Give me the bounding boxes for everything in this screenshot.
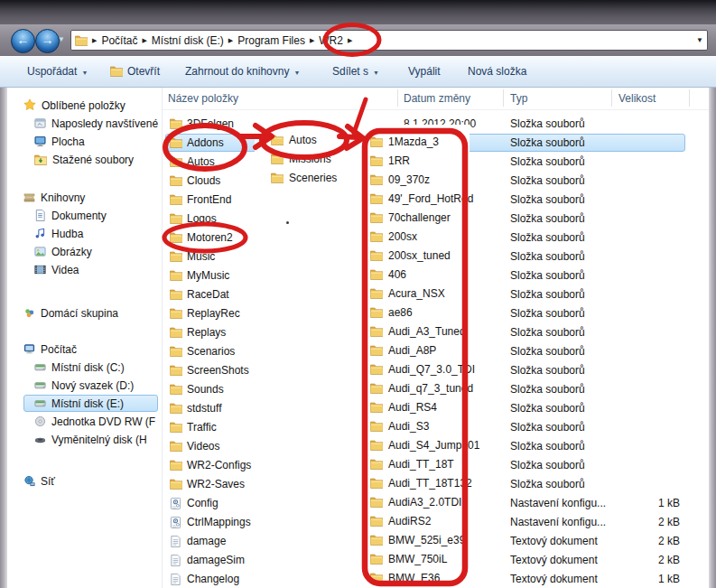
sidebar-item-knihovny[interactable]: Knihovny bbox=[7, 189, 162, 207]
recent-pages-dropdown-icon[interactable]: ▼ bbox=[58, 35, 65, 43]
library-icon bbox=[23, 191, 35, 203]
file-row-audi-s3[interactable]: Audi_S3 bbox=[364, 417, 470, 436]
file-row-audi-rs4[interactable]: Audi_RS4 bbox=[364, 398, 470, 417]
file-name: Changelog bbox=[187, 570, 239, 588]
stray-mark bbox=[286, 221, 289, 224]
toolbar-zahrnout-do-knihovny-button[interactable]: Zahrnout do knihovny▼ bbox=[185, 65, 300, 78]
textfile-icon bbox=[170, 574, 181, 585]
column-header-date[interactable]: Datum změny bbox=[404, 92, 470, 105]
back-button[interactable]: ← bbox=[11, 29, 35, 53]
sidebar-item-label: Síť bbox=[41, 475, 55, 488]
folder-icon bbox=[170, 460, 182, 471]
disk-icon bbox=[34, 361, 46, 373]
file-row-audi-a8p[interactable]: Audi_A8P bbox=[364, 341, 470, 360]
file-row-audi-q7-3-0-tdi[interactable]: Audi_Q7_3.0_TDI bbox=[364, 360, 470, 379]
sidebar-item-obrazky[interactable]: Obrázky bbox=[7, 243, 162, 261]
file-row-49-ford-hotrod[interactable]: 49'_Ford_HotRod bbox=[364, 190, 470, 209]
file-row-audi-q7-3-tuned[interactable]: Audi_q7_3_tuned bbox=[364, 379, 470, 398]
breadcrumb-segment-wr2[interactable]: WR2 bbox=[319, 34, 343, 47]
file-row-bmw-525i-e39[interactable]: BMW_525i_e39 bbox=[364, 531, 470, 550]
file-name: Replays bbox=[187, 323, 226, 342]
file-row-bmw-e36[interactable]: BMW_E36 bbox=[364, 569, 470, 588]
file-name: stdstuff bbox=[187, 399, 221, 418]
file-type: Složka souborů bbox=[510, 115, 585, 134]
sidebar-item-mistni-disk-c[interactable]: Místní disk (C:) bbox=[7, 359, 162, 377]
breadcrumb-separator-icon: ▶ bbox=[92, 37, 97, 44]
breadcrumb-segment-mistni-disk-e[interactable]: Místní disk (E:) bbox=[152, 34, 224, 47]
sidebar-item-label: Nový svazek (D:) bbox=[51, 379, 134, 392]
sidebar-item-vymenitelny-disk-h[interactable]: Vyměnitelný disk (H bbox=[7, 431, 162, 449]
file-row-audi-tt-18t132[interactable]: Audi_TT_18T132 bbox=[364, 474, 470, 493]
column-header-name[interactable]: Název položky bbox=[168, 92, 238, 105]
column-header-type[interactable]: Typ bbox=[510, 92, 527, 105]
file-name: Traffic bbox=[187, 418, 217, 437]
forward-button[interactable]: → bbox=[35, 29, 60, 53]
file-row-1mazda-3[interactable]: 1Mazda_3 bbox=[364, 133, 470, 152]
file-name: 1RR bbox=[388, 154, 410, 167]
folder-icon bbox=[370, 155, 383, 166]
sidebar-item-naposledy-navstivene[interactable]: Naposledy navštívené bbox=[7, 115, 162, 133]
sidebar-item-domaci-skupina[interactable]: Domácí skupina bbox=[7, 304, 162, 322]
file-name: Clouds bbox=[187, 172, 220, 191]
sidebar-item-jednotka-dvd-rw-f[interactable]: Jednotka DVD RW (F bbox=[7, 413, 162, 431]
sidebar-item-plocha[interactable]: Plocha bbox=[7, 133, 162, 151]
file-row-70challenger[interactable]: 70challenger bbox=[364, 209, 470, 228]
toolbar-sdilet-s-button[interactable]: Sdílet s▼ bbox=[332, 65, 379, 78]
folder-icon bbox=[370, 478, 383, 489]
music-icon bbox=[34, 228, 46, 239]
file-row-200sx[interactable]: 200sx bbox=[364, 228, 470, 247]
file-size: 2 kB bbox=[581, 532, 680, 551]
file-name: Audi_Q7_3.0_TDI bbox=[388, 363, 475, 376]
sidebar-item-novy-svazek-d[interactable]: Nový svazek (D:) bbox=[7, 377, 162, 395]
toolbar-otevrit-button[interactable]: Otevřít bbox=[110, 65, 160, 78]
star-icon bbox=[23, 98, 36, 111]
toolbar-usporadat-button[interactable]: Uspořádat▼ bbox=[27, 65, 88, 78]
file-name: 200sx_tuned bbox=[388, 249, 451, 262]
column-header-size[interactable]: Velikost bbox=[618, 92, 656, 105]
toolbar-label: Sdílet s bbox=[332, 65, 368, 78]
file-row-audirs2[interactable]: AudiRS2 bbox=[364, 512, 470, 531]
homegroup-icon bbox=[23, 307, 35, 319]
sidebar-item-dokumenty[interactable]: Dokumenty bbox=[7, 207, 162, 225]
address-dropdown-icon[interactable]: ▼ bbox=[696, 36, 703, 44]
file-row-autos[interactable]: Autos bbox=[255, 131, 370, 150]
folder-icon bbox=[370, 174, 383, 185]
file-row-missions[interactable]: Missions bbox=[255, 150, 370, 169]
breadcrumb-segment-pocitac[interactable]: Počítač bbox=[101, 34, 137, 47]
file-row-audi-a3-tuned[interactable]: Audi_A3_Tuned bbox=[364, 322, 470, 341]
breadcrumb-segment-program-files[interactable]: Program Files bbox=[237, 34, 305, 47]
sidebar-item-pocitac[interactable]: Počítač bbox=[7, 341, 162, 359]
folder-icon bbox=[370, 193, 383, 204]
sidebar-item-videa[interactable]: Videa bbox=[7, 261, 162, 279]
file-row-audia3-2-0tdi[interactable]: AudiA3_2.0TDI bbox=[364, 493, 470, 512]
file-name: Audi_S3 bbox=[388, 420, 429, 433]
file-row-audi-s4-jumpa01[interactable]: Audi_S4_Jumpa01 bbox=[364, 436, 470, 455]
chevron-down-icon: ▼ bbox=[373, 70, 379, 76]
sidebar-item-sit[interactable]: Síť bbox=[7, 472, 162, 490]
file-name: 1Mazda_3 bbox=[388, 135, 439, 148]
file-row-bmw-750il[interactable]: BMW_750iL bbox=[364, 550, 470, 569]
file-row-audi-tt-18t[interactable]: Audi_TT_18T bbox=[364, 455, 470, 474]
toolbar-vypalit-button[interactable]: Vypálit bbox=[408, 65, 441, 78]
sidebar-item-mistni-disk-e[interactable]: Místní disk (E:) bbox=[7, 395, 162, 413]
file-row-200sx-tuned[interactable]: 200sx_tuned bbox=[364, 247, 470, 266]
sidebar-item-stazene-soubory[interactable]: Stažené soubory bbox=[7, 151, 162, 169]
file-row-ae86[interactable]: ae86 bbox=[364, 303, 470, 322]
file-row-09-370z[interactable]: 09_370z bbox=[364, 171, 470, 190]
folder-icon bbox=[170, 365, 182, 376]
folder-icon bbox=[370, 307, 383, 318]
file-row-406[interactable]: 406 bbox=[364, 266, 470, 285]
toolbar-nova-slozka-button[interactable]: Nová složka bbox=[468, 65, 526, 78]
file-type: Složka souborů bbox=[510, 153, 585, 172]
sidebar-item-oblibene-polozky[interactable]: Oblíbené položky bbox=[7, 97, 162, 115]
file-row-1rr[interactable]: 1RR bbox=[364, 152, 470, 171]
folder-icon bbox=[370, 459, 383, 470]
network-icon bbox=[23, 475, 35, 487]
file-row-sceneries[interactable]: Sceneries bbox=[255, 169, 370, 188]
file-name: 49'_Ford_HotRod bbox=[388, 192, 473, 205]
file-row-acura-nsx[interactable]: Acura_NSX bbox=[364, 285, 470, 303]
textfile-icon bbox=[170, 555, 181, 566]
folder-icon bbox=[370, 269, 383, 280]
sidebar-item-hudba[interactable]: Hudba bbox=[7, 225, 162, 243]
address-bar[interactable]: ▶Počítač▶Místní disk (E:)▶Program Files▶… bbox=[70, 30, 708, 51]
